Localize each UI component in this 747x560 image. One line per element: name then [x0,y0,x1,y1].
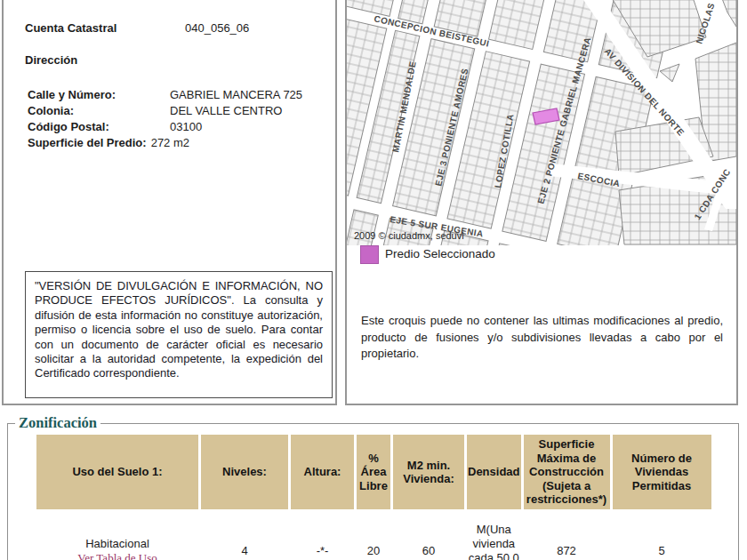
colonia-label: Colonia: [28,104,170,117]
header-niveles: Niveles: [201,435,288,509]
superficie-row: Superficie del Predio:272 m2 [28,136,189,149]
cell-area-libre: 20 [357,512,390,560]
calle-label: Calle y Número: [28,88,170,101]
uso-value: Habitacional [85,537,149,550]
zonificacion-fieldset: Zonificación Uso del Suelo 1: Niveles: A… [7,423,739,560]
superficie-value: 272 m2 [151,136,189,149]
cell-altura: -*- [291,512,354,560]
zonificacion-header-row: Uso del Suelo 1: Niveles: Altura: % Área… [36,435,711,509]
cuenta-catastral-value: 040_056_06 [185,21,249,35]
header-m2-min-vivienda: M2 min. Vivienda: [393,435,464,509]
header-densidad: Densidad [467,435,521,509]
calle-value: GABRIEL MANCERA 725 [170,88,302,101]
colonia-value: DEL VALLE CENTRO [170,104,282,117]
property-info-panel: Cuenta Catastral040_056_06 Dirección Cal… [2,0,337,405]
zonificacion-table: Uso del Suelo 1: Niveles: Altura: % Área… [34,432,714,560]
header-superficie-maxima: Superficie Máxima de Construcción (Sujet… [524,435,610,509]
colonia-row: Colonia:DEL VALLE CENTRO [28,104,282,117]
croquis-panel: CONCEPCION BEISTEGUI MARTIN MENDALDE EJE… [345,0,738,405]
header-area-libre: % Área Libre [357,435,390,509]
codigo-postal-value: 03100 [170,120,202,133]
zonificacion-data-row: Habitacional Ver Tabla de Uso 4 -*- 20 6… [36,512,711,560]
croquis-note: Este croquis puede no contener las ultim… [361,313,723,363]
cuenta-catastral-label: Cuenta Catastral [25,21,185,35]
header-uso-del-suelo: Uso del Suelo 1: [36,435,198,509]
cell-densidad: M(Una vivienda cada 50.0 m2 de [467,512,521,560]
cell-niveles: 4 [201,512,288,560]
header-viviendas-permitidas: Número de Viviendas Permitidas [613,435,711,509]
codigo-postal-row: Código Postal:03100 [28,120,202,133]
codigo-postal-label: Código Postal: [28,120,170,133]
superficie-label: Superficie del Predio: [28,136,147,149]
selected-parcel-swatch [360,245,379,264]
legend-label: Predio Seleccionado [385,247,495,260]
cell-superficie-maxima: 872 [524,512,610,560]
croquis-map: CONCEPCION BEISTEGUI MARTIN MENDALDE EJE… [347,0,736,245]
map-copyright: 2009 © ciudadmx, seduvi [354,230,464,241]
cuenta-catastral-row: Cuenta Catastral040_056_06 [25,21,249,35]
calle-row: Calle y Número:GABRIEL MANCERA 725 [28,88,302,101]
zonificacion-legend: Zonificación [15,414,100,432]
cell-viviendas-permitidas: 5 [613,512,711,560]
cell-uso-del-suelo: Habitacional Ver Tabla de Uso [36,512,198,560]
legal-disclaimer: "VERSIÓN DE DIVULGACIÓN E INFORMACIÓN, N… [25,271,333,398]
direccion-heading: Dirección [25,53,77,67]
cell-m2-min: 60 [393,512,464,560]
ver-tabla-de-uso-link[interactable]: Ver Tabla de Uso [36,551,198,560]
header-altura: Altura: [291,435,354,509]
